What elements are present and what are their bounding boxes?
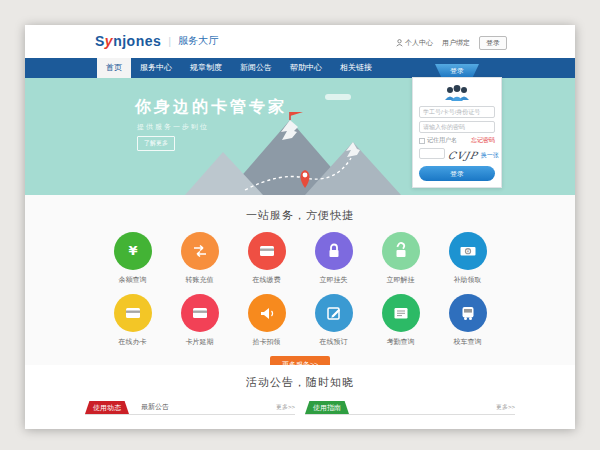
pencil-icon bbox=[315, 294, 353, 332]
service-9[interactable]: 在线预订 bbox=[300, 294, 367, 347]
remember-label: 记住用户名 bbox=[427, 136, 457, 145]
service-6[interactable]: 在线办卡 bbox=[99, 294, 166, 347]
service-4[interactable]: 立即解挂 bbox=[367, 232, 434, 285]
service-10[interactable]: 考勤查询 bbox=[367, 294, 434, 347]
nav-item-1[interactable]: 服务中心 bbox=[131, 58, 181, 78]
login-panel: 登录 记住用户名 忘记密码 CVJP 换一张 bbox=[412, 64, 502, 188]
service-label: 立即挂失 bbox=[300, 275, 367, 285]
captcha-input[interactable] bbox=[419, 148, 445, 159]
services-row-2: 在线办卡卡片延期拾卡招领在线预订考勤查询校车查询 bbox=[25, 294, 575, 347]
login-form: 记住用户名 忘记密码 CVJP 换一张 登录 bbox=[412, 77, 502, 188]
announcements-section: 活动公告，随时知晓 使用动态 最新公告 更多>> 使用指南 更多>> bbox=[25, 365, 575, 415]
service-label: 立即解挂 bbox=[367, 275, 434, 285]
tab-latest-announcements[interactable]: 最新公告 bbox=[141, 400, 169, 414]
service-label: 校车查询 bbox=[434, 337, 501, 347]
service-label: 余额查询 bbox=[99, 275, 166, 285]
remember-row: 记住用户名 忘记密码 bbox=[419, 136, 495, 145]
card-icon bbox=[114, 294, 152, 332]
portal-title: 服务大厅 bbox=[178, 34, 218, 48]
logo-divider: | bbox=[168, 35, 171, 47]
services-section: 一站服务，方便快捷 ¥余额查询转账充值在线缴费立即挂失立即解挂¥补助领取 在线办… bbox=[25, 195, 575, 365]
card-icon bbox=[181, 294, 219, 332]
mountains-illustration bbox=[185, 112, 415, 195]
tab-usage-news[interactable]: 使用动态 bbox=[85, 401, 129, 414]
service-7[interactable]: 卡片延期 bbox=[166, 294, 233, 347]
password-input[interactable] bbox=[419, 121, 495, 133]
left-more-link[interactable]: 更多>> bbox=[276, 400, 295, 414]
announcements-title: 活动公告，随时知晓 bbox=[25, 375, 575, 390]
svg-text:¥: ¥ bbox=[128, 243, 137, 258]
tab-usage-guide[interactable]: 使用指南 bbox=[305, 401, 349, 414]
announcement-right-column: 使用指南 更多>> bbox=[305, 399, 515, 415]
logo-synjones: Synjones bbox=[95, 33, 161, 49]
login-tab[interactable]: 登录 bbox=[435, 64, 479, 77]
captcha-image[interactable]: CVJP bbox=[447, 150, 479, 161]
lock-icon bbox=[315, 232, 353, 270]
transfer-icon bbox=[181, 232, 219, 270]
service-8[interactable]: 拾卡招领 bbox=[233, 294, 300, 347]
card-icon bbox=[248, 232, 286, 270]
forgot-password-link[interactable]: 忘记密码 bbox=[471, 136, 495, 145]
username-input[interactable] bbox=[419, 106, 495, 118]
login-submit-button[interactable]: 登录 bbox=[419, 166, 495, 181]
services-row-1: ¥余额查询转账充值在线缴费立即挂失立即解挂¥补助领取 bbox=[25, 232, 575, 285]
captcha-row: CVJP 换一张 bbox=[419, 148, 495, 162]
unlock-icon bbox=[382, 232, 420, 270]
remember-checkbox[interactable] bbox=[419, 138, 425, 144]
service-3[interactable]: 立即挂失 bbox=[300, 232, 367, 285]
users-icon bbox=[442, 84, 472, 102]
personal-center-link[interactable]: 个人中心 bbox=[396, 38, 433, 48]
brand[interactable]: Synjones | 服务大厅 bbox=[95, 33, 218, 49]
header-login-button[interactable]: 登录 bbox=[479, 36, 507, 50]
nav-item-4[interactable]: 帮助中心 bbox=[281, 58, 331, 78]
hero-subtitle: 提供服务一步到位 bbox=[137, 122, 209, 132]
cloud bbox=[325, 94, 351, 100]
service-label: 在线预订 bbox=[300, 337, 367, 347]
user-binding-link[interactable]: 用户绑定 bbox=[442, 38, 470, 48]
service-label: 在线办卡 bbox=[99, 337, 166, 347]
banknote-icon: ¥ bbox=[449, 232, 487, 270]
captcha-refresh-link[interactable]: 换一张 bbox=[481, 151, 499, 160]
hero-cta-button[interactable]: 了解更多 bbox=[137, 136, 175, 151]
service-label: 补助领取 bbox=[434, 275, 501, 285]
service-1[interactable]: 转账充值 bbox=[166, 232, 233, 285]
service-label: 拾卡招领 bbox=[233, 337, 300, 347]
portal-page: Synjones | 服务大厅 个人中心 用户绑定 登录 首页服务中心规 bbox=[25, 25, 575, 429]
megaphone-icon bbox=[248, 294, 286, 332]
header: Synjones | 服务大厅 个人中心 用户绑定 登录 bbox=[25, 25, 575, 58]
service-2[interactable]: 在线缴费 bbox=[233, 232, 300, 285]
screenshot-stage: Synjones | 服务大厅 个人中心 用户绑定 登录 首页服务中心规 bbox=[0, 0, 600, 450]
person-icon bbox=[396, 39, 403, 47]
services-title: 一站服务，方便快捷 bbox=[25, 208, 575, 223]
announcement-left-column: 使用动态 最新公告 更多>> bbox=[85, 399, 295, 415]
service-label: 考勤查询 bbox=[367, 337, 434, 347]
nav-item-2[interactable]: 规章制度 bbox=[181, 58, 231, 78]
bus-icon bbox=[449, 294, 487, 332]
yen-icon: ¥ bbox=[114, 232, 152, 270]
svg-text:¥: ¥ bbox=[466, 248, 469, 254]
service-label: 卡片延期 bbox=[166, 337, 233, 347]
service-label: 在线缴费 bbox=[233, 275, 300, 285]
right-more-link[interactable]: 更多>> bbox=[496, 400, 515, 414]
header-links: 个人中心 用户绑定 登录 bbox=[396, 36, 507, 50]
service-label: 转账充值 bbox=[166, 275, 233, 285]
nav-item-3[interactable]: 新闻公告 bbox=[231, 58, 281, 78]
service-5[interactable]: ¥补助领取 bbox=[434, 232, 501, 285]
nav-item-0[interactable]: 首页 bbox=[97, 58, 131, 78]
announcement-columns: 使用动态 最新公告 更多>> 使用指南 更多>> bbox=[25, 399, 575, 415]
hero-title: 你身边的卡管专家 bbox=[135, 97, 287, 118]
nav-item-5[interactable]: 相关链接 bbox=[331, 58, 381, 78]
list-icon bbox=[382, 294, 420, 332]
service-11[interactable]: 校车查询 bbox=[434, 294, 501, 347]
service-0[interactable]: ¥余额查询 bbox=[99, 232, 166, 285]
